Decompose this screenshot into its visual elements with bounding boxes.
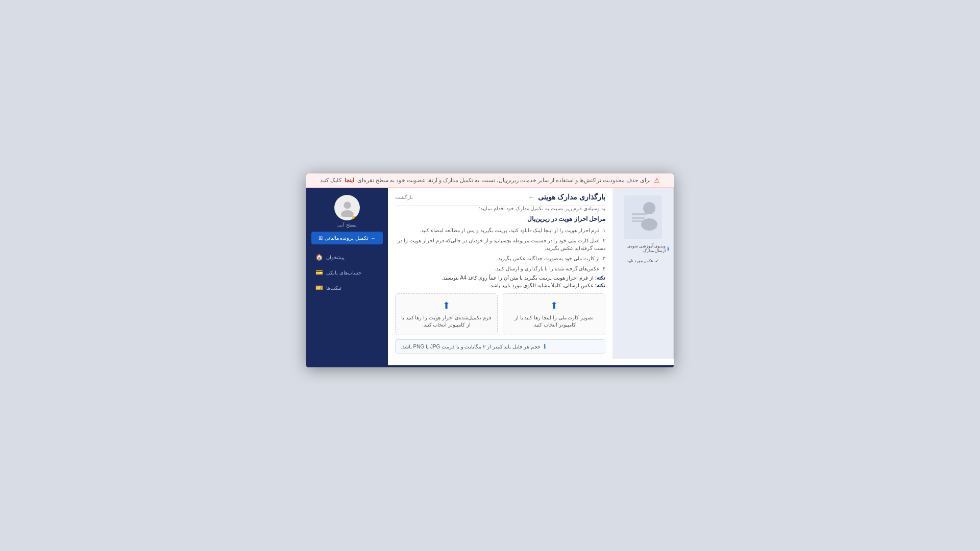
svg-point-1 bbox=[341, 210, 354, 216]
bank-icon: 💳 bbox=[315, 269, 323, 276]
avatar: ZP bbox=[334, 195, 360, 220]
grid-icon: ⊞ bbox=[318, 235, 323, 241]
info-circle-icon: ℹ bbox=[667, 246, 669, 252]
sidebar-nav: پیشخوان 🏠 حساب‌های بانکی 💳 تیکت‌ها 🎫 bbox=[311, 251, 383, 294]
main-text-content: بارگذاری مدارک هویتی ← بازگشت به وسیله‌ی… bbox=[388, 188, 612, 359]
alert-link[interactable]: اینجا bbox=[345, 177, 354, 184]
svg-point-6 bbox=[641, 218, 657, 231]
sidebar-item-tickets[interactable]: تیکت‌ها 🎫 bbox=[311, 281, 383, 294]
back-button[interactable]: بازگشت bbox=[395, 194, 413, 200]
sidebar-item-dashboard[interactable]: پیشخوان 🏠 bbox=[311, 251, 383, 264]
upload-national-icon: ⬆ bbox=[550, 300, 558, 311]
note-2-label: نکته: bbox=[595, 283, 605, 288]
note-2: نکته: عکس ارسالی، کاملاً مشابه الگوی مور… bbox=[395, 283, 605, 288]
upload-national-text: تصویر کارت ملی را اینجا رها کنید یا از ک… bbox=[508, 314, 600, 329]
alert-banner: ⚠ برای حذف محدودیت تراکنش‌ها و استفاده ا… bbox=[306, 173, 674, 188]
person-doc-visual bbox=[624, 195, 662, 239]
svg-rect-3 bbox=[632, 217, 645, 219]
doc-avatar-section: ℹ ویدیوی آموزشی نحوه‌ی ارسال مدارک ✓ عکس… bbox=[612, 188, 674, 359]
complete-btn-label: تکمیل پرونده مالیاتی bbox=[325, 235, 369, 241]
sidebar-item-bank-accounts[interactable]: حساب‌های بانکی 💳 bbox=[311, 266, 383, 279]
page-subtitle: به وسیله‌ی فرم زیر نسبت به تکمیل مدارک خ… bbox=[395, 206, 605, 211]
sidebar-item-label: تیکت‌ها bbox=[326, 285, 341, 291]
step-4: ۴. عکس‌های گرفته شده را با بارگذاری و ار… bbox=[395, 265, 605, 272]
file-info-text: حجم هر فایل باید کمتر از ۲ مگابایت و با … bbox=[401, 344, 541, 349]
page-header: بارگذاری مدارک هویتی ← بازگشت bbox=[395, 193, 605, 206]
note-1-text: از فرم احراز هویت پرینت بگیرید یا متن آن… bbox=[442, 275, 594, 281]
svg-point-0 bbox=[344, 202, 351, 209]
home-icon: 🏠 bbox=[315, 254, 323, 261]
arrow-right-icon: ← bbox=[528, 193, 535, 201]
step-1: ۱. فرم احراز هویت را از اینجا لینک دانلو… bbox=[395, 227, 605, 234]
video-tutorial-label: ℹ ویدیوی آموزشی نحوه‌ی ارسال مدارک bbox=[617, 244, 669, 253]
alert-text-before: برای حذف محدودیت تراکنش‌ها و استفاده از … bbox=[357, 177, 651, 184]
back-arrow-icon: ← bbox=[371, 235, 376, 241]
svg-point-5 bbox=[643, 202, 655, 214]
page-wrapper: ⚠ برای حذف محدودیت تراکنش‌ها و استفاده ا… bbox=[0, 0, 980, 551]
file-info-note: ℹ حجم هر فایل باید کمتر از ۲ مگابایت و ب… bbox=[395, 339, 605, 354]
ticket-icon: 🎫 bbox=[315, 284, 323, 291]
upload-form-button[interactable]: ⬆ فرم تکمیل‌شده‌ی احراز هویت را رها کنید… bbox=[395, 293, 498, 335]
main-content: ZP سطح آبی ← تکمیل پرونده مالیاتی ⊞ پیشخ… bbox=[306, 188, 674, 365]
step-3: ۳. از کارت ملی خود به صورت جداگانه عکس ب… bbox=[395, 255, 605, 262]
center-panel: ℹ ویدیوی آموزشی نحوه‌ی ارسال مدارک ✓ عکس… bbox=[388, 188, 674, 365]
user-avatar-area: ZP سطح آبی bbox=[334, 195, 360, 228]
alert-text-after: کلیک کنید bbox=[320, 177, 341, 184]
approved-photo-label: ✓ عکس مورد تایید bbox=[627, 258, 658, 264]
upload-national-card-button[interactable]: ⬆ تصویر کارت ملی را اینجا رها کنید یا از… bbox=[503, 293, 605, 335]
note-1-label: نکته: bbox=[595, 275, 605, 281]
upload-form-icon: ⬆ bbox=[443, 300, 450, 311]
user-level-text: سطح آبی bbox=[337, 222, 357, 228]
instructions-title: مراحل احراز هویت در زیرین‌پال bbox=[395, 215, 605, 222]
sidebar-item-label: پیشخوان bbox=[326, 255, 345, 260]
info-icon: ℹ bbox=[544, 343, 546, 350]
note-2-text: عکس ارسالی، کاملاً مشابه الگوی مورد تایی… bbox=[489, 283, 594, 288]
check-icon: ✓ bbox=[655, 258, 659, 264]
upload-form-text: فرم تکمیل‌شده‌ی احراز هویت را رها کنید ی… bbox=[401, 314, 492, 329]
svg-rect-2 bbox=[632, 213, 647, 215]
avatar-badge: ZP bbox=[352, 216, 360, 220]
left-sidebar: ZP سطح آبی ← تکمیل پرونده مالیاتی ⊞ پیشخ… bbox=[306, 188, 388, 365]
upload-buttons-row: ⬆ فرم تکمیل‌شده‌ی احراز هویت را رها کنید… bbox=[395, 293, 605, 335]
sidebar-item-label: حساب‌های بانکی bbox=[326, 270, 361, 276]
complete-file-button[interactable]: ← تکمیل پرونده مالیاتی ⊞ bbox=[311, 232, 383, 244]
browser-window: ⚠ برای حذف محدودیت تراکنش‌ها و استفاده ا… bbox=[306, 173, 674, 367]
page-title: بارگذاری مدارک هویتی bbox=[538, 193, 605, 201]
alert-icon: ⚠ bbox=[654, 177, 660, 184]
step-2: ۲. اصل کارت ملی خود را در قسمت مربوطه بچ… bbox=[395, 237, 605, 252]
note-1: نکته: از فرم احراز هویت پرینت بگیرید یا … bbox=[395, 275, 605, 281]
